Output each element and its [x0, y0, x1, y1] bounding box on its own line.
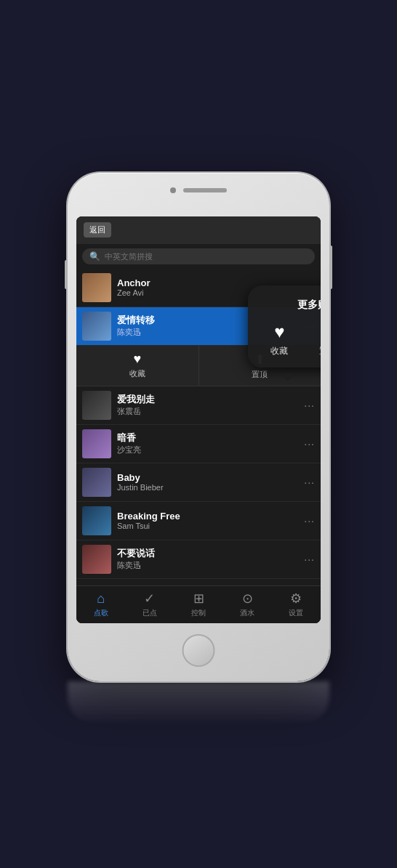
fav-label: 收藏 [129, 368, 145, 379]
song-item-buyaoshuohua[interactable]: 不要说话 陈奕迅 ··· [76, 540, 321, 579]
search-input[interactable] [105, 252, 308, 261]
song-artist-4: 沙宝亮 [117, 445, 298, 455]
song-info-5: Baby Justin Bieber [117, 472, 298, 492]
song-artist-7: 陈奕迅 [117, 560, 298, 571]
fav-action-btn[interactable]: ♥ 收藏 [76, 346, 199, 386]
song-thumb-7 [82, 545, 111, 574]
song-item-baby[interactable]: Baby Justin Bieber ··· [76, 463, 321, 502]
tooltip-top-label: 置顶 [319, 345, 321, 357]
search-bar[interactable]: 🔍 [82, 248, 315, 264]
song-info-7: 不要说话 陈奕迅 [117, 547, 298, 571]
phone-device: 返回 🔍 Anchor Zee Avi [68, 173, 329, 681]
speaker [183, 188, 227, 192]
song-menu-5[interactable]: ··· [304, 476, 315, 488]
power-button [329, 246, 332, 289]
nav-item-shezhi[interactable]: ⚙ 设置 [272, 586, 321, 623]
volume-button [65, 260, 68, 289]
song-menu-6[interactable]: ··· [304, 515, 315, 527]
tooltip-title: 更多贴心操作 [255, 299, 321, 312]
song-artist-3: 张震岳 [117, 406, 298, 417]
search-icon: 🔍 [89, 251, 100, 261]
phone-screen: 返回 🔍 Anchor Zee Avi [76, 216, 321, 623]
song-title-7: 不要说话 [117, 547, 298, 560]
top-label: 置顶 [252, 369, 268, 380]
phone-reflection [68, 681, 329, 725]
nav-item-yidian[interactable]: ✓ 已点 [125, 586, 174, 623]
song-thumb-aiqing [82, 312, 111, 341]
nav-label-yidian: 已点 [143, 608, 157, 618]
check-icon: ✓ [144, 591, 155, 607]
heart-icon: ♥ [274, 322, 284, 342]
tooltip-action-fav[interactable]: ♥ 收藏 [270, 322, 288, 357]
nav-label-shezhi: 设置 [289, 608, 303, 618]
song-item-breakingfree[interactable]: Breaking Free Sam Tsui ··· [76, 502, 321, 540]
song-thumb-anchor [82, 273, 111, 302]
drink-icon: ⊙ [242, 591, 253, 607]
song-info-4: 暗香 沙宝亮 [117, 431, 298, 455]
phone-wrap: 返回 🔍 Anchor Zee Avi [68, 144, 329, 725]
context-menu-bubble: 更多贴心操作 ♥ 收藏 ⬆ 置顶 [248, 285, 321, 368]
nav-label-jiushui: 酒水 [240, 608, 254, 618]
tooltip-actions: ♥ 收藏 ⬆ 置顶 🗑 删除 [255, 322, 321, 357]
control-icon: ⊞ [193, 591, 204, 607]
phone-top-bar [170, 187, 227, 193]
song-info-6: Breaking Free Sam Tsui [117, 511, 298, 530]
tooltip-action-top[interactable]: ⬆ 置顶 [319, 322, 321, 357]
song-thumb-5 [82, 468, 111, 497]
nav-item-kongzhi[interactable]: ⊞ 控制 [174, 586, 222, 623]
nav-label-kongzhi: 控制 [191, 608, 206, 618]
song-title-3: 爱我别走 [117, 393, 298, 406]
bottom-nav: ⌂ 点歌 ✓ 已点 ⊞ 控制 ⊙ 酒水 [76, 585, 321, 623]
song-artist-6: Sam Tsui [117, 522, 298, 530]
song-menu-4[interactable]: ··· [304, 438, 315, 450]
song-thumb-6 [82, 506, 111, 535]
screen-content: 返回 🔍 Anchor Zee Avi [76, 216, 321, 623]
fav-icon: ♥ [133, 352, 141, 367]
camera [170, 187, 176, 193]
song-title-5: Baby [117, 472, 298, 483]
home-icon: ⌂ [97, 591, 105, 607]
song-menu-3[interactable]: ··· [304, 399, 315, 411]
song-artist-5: Justin Bieber [117, 483, 298, 492]
back-button[interactable]: 返回 [84, 222, 111, 238]
nav-item-dianque[interactable]: ⌂ 点歌 [76, 586, 125, 623]
header-bar: 返回 [76, 216, 321, 244]
song-title-4: 暗香 [117, 431, 298, 445]
gear-icon: ⚙ [290, 591, 302, 607]
tooltip-fav-label: 收藏 [270, 345, 288, 357]
song-thumb-4 [82, 429, 111, 458]
nav-label-dianque: 点歌 [94, 608, 108, 618]
song-title-6: Breaking Free [117, 511, 298, 522]
song-item-aiqing[interactable]: 爱情转移 陈奕迅 ··· 更多贴心操作 ♥ 收藏 [76, 307, 321, 346]
song-menu-7[interactable]: ··· [304, 553, 315, 565]
song-info-3: 爱我别走 张震岳 [117, 393, 298, 417]
song-item-anxiang[interactable]: 暗香 沙宝亮 ··· [76, 425, 321, 463]
nav-item-jiushui[interactable]: ⊙ 酒水 [223, 586, 272, 623]
song-thumb-3 [82, 391, 111, 420]
song-item-aiwobiezou[interactable]: 爱我别走 张震岳 ··· [76, 386, 321, 425]
home-button[interactable] [183, 634, 215, 667]
song-list: Anchor Zee Avi ··· 爱情转移 陈奕迅 ··· [76, 269, 321, 585]
